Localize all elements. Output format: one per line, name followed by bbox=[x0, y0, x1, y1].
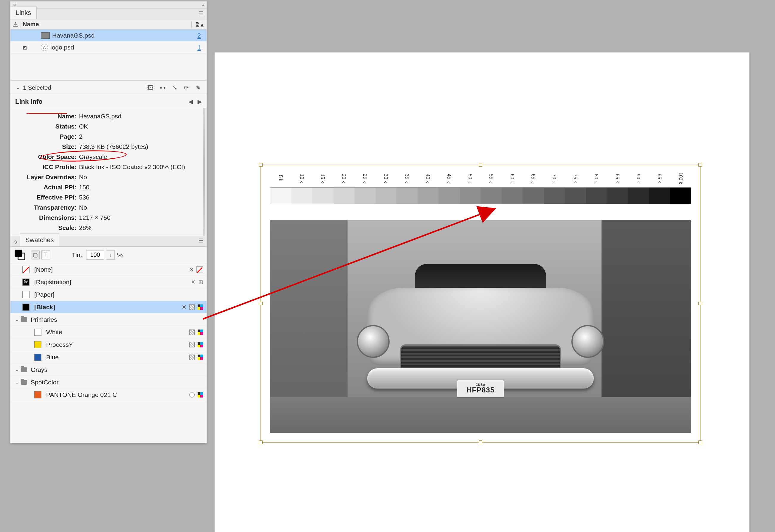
resize-handle[interactable] bbox=[259, 441, 262, 444]
tint-stepper[interactable]: › bbox=[106, 250, 115, 260]
swatch-row[interactable]: [Registration]✕⊞ bbox=[10, 276, 206, 289]
swatch-name: [Paper] bbox=[34, 291, 55, 298]
testchart-label: 10 k bbox=[291, 169, 312, 187]
process-icon bbox=[189, 330, 195, 335]
link-pagecount[interactable]: 2 bbox=[192, 32, 206, 39]
link-thumb: A bbox=[41, 44, 48, 51]
panel-menu-icon[interactable]: ☰ bbox=[195, 235, 206, 246]
testchart-label: 65 k bbox=[523, 169, 544, 187]
swatch-group[interactable]: ⌄Grays bbox=[10, 364, 206, 376]
column-name[interactable]: Name bbox=[21, 21, 191, 28]
resize-handle[interactable] bbox=[259, 163, 262, 167]
linkinfo-label: Scale: bbox=[13, 224, 79, 231]
update-icon[interactable]: ⟳ bbox=[184, 84, 189, 91]
testchart-label: 35 k bbox=[397, 169, 418, 187]
linkinfo-value: HavanaGS.psd bbox=[79, 113, 202, 120]
swatch-name: PANTONE Orange 021 C bbox=[46, 391, 117, 398]
linkinfo-value: 536 bbox=[79, 194, 202, 201]
testchart-step bbox=[375, 187, 397, 204]
swatch-row[interactable]: [None]✕ bbox=[10, 263, 206, 276]
testchart-step bbox=[397, 187, 418, 204]
noedit-icon: ✕ bbox=[191, 279, 195, 286]
linkinfo-label: Color Space: bbox=[13, 153, 79, 160]
resize-handle[interactable] bbox=[259, 302, 262, 306]
edit-original-icon[interactable]: ✎ bbox=[195, 84, 201, 91]
tint-unit: % bbox=[117, 251, 123, 258]
column-page-icon[interactable]: 🗎▴ bbox=[192, 21, 206, 28]
resize-handle[interactable] bbox=[698, 441, 702, 444]
testchart-label: 15 k bbox=[312, 169, 333, 187]
swatches-collapse-icon[interactable]: ◇ bbox=[10, 237, 20, 246]
linkinfo-body: Name:HavanaGS.psdStatus:OKPage:2Size:738… bbox=[10, 108, 206, 236]
testchart-step bbox=[460, 187, 481, 204]
linkinfo-row: Size:738.3 KB (756022 bytes) bbox=[13, 142, 202, 152]
linkinfo-row: Effective PPI:536 bbox=[13, 192, 202, 202]
testchart-label: 70 k bbox=[544, 169, 565, 187]
linkinfo-row: Page:2 bbox=[13, 131, 202, 142]
swatch-row[interactable]: PANTONE Orange 021 C bbox=[10, 389, 206, 401]
linkinfo-value: 150 bbox=[79, 184, 202, 191]
links-tabbar: Links ☰ bbox=[10, 9, 206, 19]
folder-icon bbox=[21, 367, 27, 372]
swatch-row[interactable]: Blue bbox=[10, 351, 206, 364]
linkinfo-label: ICC Profile: bbox=[13, 163, 79, 170]
swatch-row[interactable]: ProcessY bbox=[10, 339, 206, 351]
testchart-step bbox=[628, 187, 649, 204]
scrollbar[interactable] bbox=[203, 108, 205, 236]
linkinfo-row: Actual PPI:150 bbox=[13, 182, 202, 192]
none-icon bbox=[196, 266, 203, 273]
swatch-color-icon bbox=[34, 391, 41, 398]
linkinfo-value: 738.3 KB (756022 bytes) bbox=[79, 143, 202, 150]
linkinfo-row: Layer Overrides:No bbox=[13, 172, 202, 182]
swatch-row[interactable]: [Paper] bbox=[10, 289, 206, 301]
panel-menu-icon[interactable]: ☰ bbox=[195, 8, 206, 19]
text-format-button[interactable]: T bbox=[41, 250, 50, 259]
linkinfo-label: Status: bbox=[13, 123, 79, 130]
swatch-row[interactable]: [Black]✕ bbox=[10, 301, 206, 314]
link-row[interactable]: HavanaGS.psd2 bbox=[10, 30, 206, 41]
linkinfo-header: Link Info ◀ ▶ bbox=[10, 95, 206, 108]
swatch-row[interactable]: White bbox=[10, 326, 206, 339]
swatch-group[interactable]: ⌄SpotColor bbox=[10, 376, 206, 389]
cmyk-icon bbox=[198, 392, 203, 398]
resize-handle[interactable] bbox=[479, 441, 482, 444]
swatch-group[interactable]: ⌄Primaries bbox=[10, 314, 206, 326]
chevron-down-icon[interactable]: ⌄ bbox=[15, 317, 19, 322]
next-link-icon[interactable]: ▶ bbox=[198, 98, 202, 105]
resize-handle[interactable] bbox=[698, 163, 702, 167]
tab-links[interactable]: Links bbox=[10, 6, 37, 19]
relink-icon[interactable]: 🖾 bbox=[147, 84, 153, 91]
tint-label: Tint: bbox=[72, 251, 84, 258]
cmyk-icon bbox=[198, 305, 203, 310]
folder-icon bbox=[21, 380, 27, 385]
embed-icon[interactable]: ⤥ bbox=[172, 84, 177, 91]
link-row[interactable]: ◩Alogo.psd1 bbox=[10, 41, 206, 53]
swatch-color-icon bbox=[22, 266, 29, 273]
tint-input[interactable] bbox=[86, 250, 104, 260]
testchart-step bbox=[418, 187, 439, 204]
link-pagecount[interactable]: 1 bbox=[192, 44, 206, 51]
swatch-color-icon bbox=[22, 304, 29, 311]
disclosure-icon[interactable]: ⌄ bbox=[16, 85, 20, 90]
links-columns-header[interactable]: ⚠ Name 🗎▴ bbox=[10, 19, 206, 30]
testchart-step bbox=[270, 187, 291, 204]
chevron-down-icon[interactable]: ⌄ bbox=[15, 367, 19, 372]
linkinfo-row: Dimensions:1217 × 750 bbox=[13, 212, 202, 223]
linkinfo-row: Color Space:Grayscale bbox=[13, 152, 202, 162]
testchart-label: 95 k bbox=[649, 169, 670, 187]
swatch-color-icon bbox=[22, 279, 29, 286]
goto-link-icon[interactable]: ⊶ bbox=[160, 84, 166, 91]
container-format-button[interactable]: ▢ bbox=[31, 250, 40, 259]
collapse-icon[interactable]: « bbox=[202, 3, 204, 7]
resize-handle[interactable] bbox=[698, 302, 702, 306]
fill-stroke-proxy[interactable] bbox=[15, 249, 25, 260]
link-filename: logo.psd bbox=[50, 44, 192, 51]
testchart-label: 100 k bbox=[670, 169, 691, 187]
panel-handle[interactable]: ✕ « bbox=[10, 1, 206, 9]
chevron-down-icon[interactable]: ⌄ bbox=[15, 380, 19, 385]
linkinfo-label: Dimensions: bbox=[13, 214, 79, 221]
prev-link-icon[interactable]: ◀ bbox=[189, 98, 193, 105]
testchart-step bbox=[544, 187, 565, 204]
document-canvas[interactable]: 5 k10 k15 k20 k25 k30 k35 k40 k45 k50 k5… bbox=[215, 52, 749, 532]
resize-handle[interactable] bbox=[479, 163, 482, 167]
